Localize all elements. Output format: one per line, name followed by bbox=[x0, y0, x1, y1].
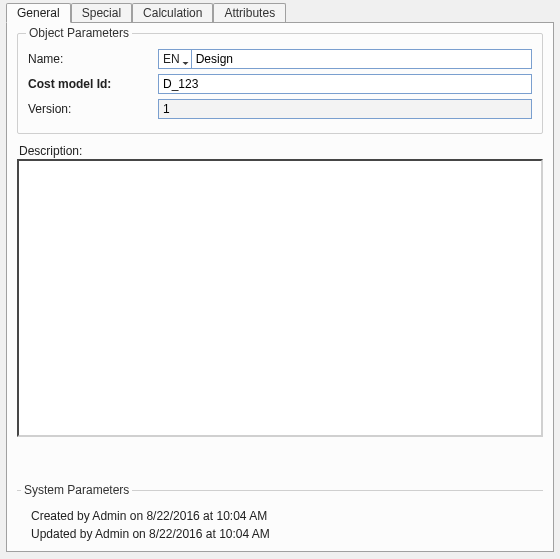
system-parameters-title: System Parameters bbox=[21, 483, 132, 497]
tab-general[interactable]: General bbox=[6, 3, 71, 23]
label-version: Version: bbox=[28, 102, 158, 116]
name-input[interactable] bbox=[191, 49, 532, 69]
system-parameters-group: System Parameters Created by Admin on 8/… bbox=[17, 490, 543, 543]
object-parameters-title: Object Parameters bbox=[26, 26, 132, 40]
label-name: Name: bbox=[28, 52, 158, 66]
chevron-down-icon bbox=[182, 56, 189, 63]
description-textarea[interactable] bbox=[17, 159, 543, 437]
language-select[interactable]: EN bbox=[158, 49, 191, 69]
version-input bbox=[158, 99, 532, 119]
created-by-text: Created by Admin on 8/22/2016 at 10:04 A… bbox=[17, 507, 543, 525]
field-version bbox=[158, 99, 532, 119]
field-cost-model bbox=[158, 74, 532, 94]
tab-calculation[interactable]: Calculation bbox=[132, 3, 213, 22]
tab-special[interactable]: Special bbox=[71, 3, 132, 22]
language-code: EN bbox=[163, 52, 180, 66]
label-cost-model: Cost model Id: bbox=[28, 77, 158, 91]
cost-model-input[interactable] bbox=[158, 74, 532, 94]
tab-attributes[interactable]: Attributes bbox=[213, 3, 286, 22]
description-section: Description: bbox=[17, 144, 543, 440]
row-cost-model: Cost model Id: bbox=[28, 73, 532, 95]
field-name: EN bbox=[158, 49, 532, 69]
tab-panel-general: Object Parameters Name: EN Cost model Id… bbox=[6, 22, 554, 552]
object-parameters-group: Object Parameters Name: EN Cost model Id… bbox=[17, 33, 543, 134]
updated-by-text: Updated by Admin on 8/22/2016 at 10:04 A… bbox=[17, 525, 543, 543]
label-description: Description: bbox=[17, 144, 543, 159]
row-name: Name: EN bbox=[28, 48, 532, 70]
tab-bar: General Special Calculation Attributes bbox=[6, 2, 554, 22]
properties-window: General Special Calculation Attributes O… bbox=[0, 0, 560, 559]
row-version: Version: bbox=[28, 98, 532, 120]
